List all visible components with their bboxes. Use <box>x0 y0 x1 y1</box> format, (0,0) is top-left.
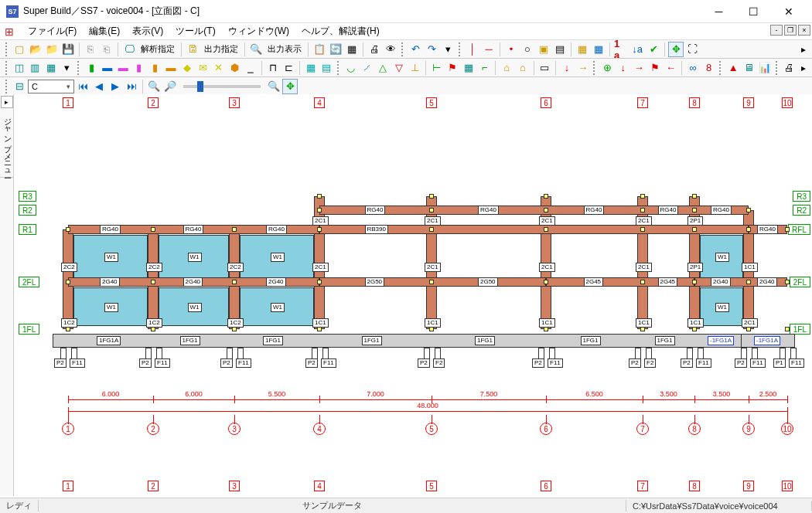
undo-icon[interactable]: ↶ <box>408 42 423 57</box>
pan-icon[interactable]: ✥ <box>282 79 298 94</box>
menu-file[interactable]: ファイル(F) <box>22 22 83 40</box>
analysis-spec-label[interactable]: 解析指定 <box>138 43 178 55</box>
member-pink2-icon[interactable]: ▮ <box>131 60 147 76</box>
grid3-icon[interactable]: ▦ <box>591 42 606 57</box>
check-icon[interactable]: ✔ <box>646 42 661 57</box>
drawing-canvas[interactable]: 1122334455667788991010R3R2R12FL1FLR3R2RF… <box>14 94 812 498</box>
anal-home2-icon[interactable]: ⌂ <box>515 60 531 76</box>
analysis-monitor-icon[interactable]: 🖵 <box>121 42 137 57</box>
zoom-out-icon[interactable]: 🔎 <box>162 79 178 94</box>
res-r-icon[interactable]: ↓ <box>616 60 631 76</box>
grid-cyan2-icon[interactable]: ▤ <box>319 60 335 76</box>
load-right-icon[interactable]: → <box>575 60 591 76</box>
square-icon[interactable]: ▣ <box>536 42 551 57</box>
last-icon[interactable]: ⏭ <box>124 79 139 94</box>
grid-icon[interactable]: ▦ <box>344 42 360 57</box>
view3d-3-icon[interactable]: ▦ <box>43 60 59 76</box>
bold-a-icon[interactable]: 1 a <box>613 42 629 57</box>
pc2-icon[interactable]: 📊 <box>758 60 773 76</box>
vline-icon[interactable]: │ <box>465 42 480 57</box>
menu-window[interactable]: ウィンドウ(W) <box>222 22 295 40</box>
warn-icon[interactable]: ▲ <box>725 60 741 76</box>
toolbar-overflow-icon[interactable]: ▸ <box>798 44 809 55</box>
down-a-icon[interactable]: ↓a <box>629 42 645 57</box>
zoom-slider[interactable] <box>183 85 261 88</box>
res-flag-icon[interactable]: ⚑ <box>647 60 663 76</box>
sect-icon[interactable]: ⊓ <box>265 60 281 76</box>
export-icon[interactable]: ⎗ <box>99 42 114 57</box>
member-x-icon[interactable]: ✕ <box>211 60 227 76</box>
maximize-button[interactable]: ☐ <box>736 1 771 22</box>
anal-L-icon[interactable]: ⌐ <box>477 60 493 76</box>
view3d-drop-icon[interactable]: ▾ <box>60 60 75 76</box>
member-blue-icon[interactable]: ▬ <box>100 60 115 76</box>
print2-icon[interactable]: 🖨 <box>782 60 797 76</box>
print-icon[interactable]: 🖨 <box>367 42 382 57</box>
anal-or-icon[interactable]: ⊥ <box>407 60 422 76</box>
output-view-label[interactable]: 出力表示 <box>264 43 305 55</box>
member-yellow-icon[interactable]: ◆ <box>179 60 195 76</box>
anal-r1-icon[interactable]: ▽ <box>391 60 407 76</box>
refresh-icon[interactable]: 🔄 <box>328 42 343 57</box>
member-orange3-icon[interactable]: ⬢ <box>227 60 243 76</box>
preview-icon[interactable]: 👁 <box>383 42 398 57</box>
tree-icon[interactable]: ⊟ <box>12 79 27 94</box>
minimize-button[interactable]: ─ <box>701 1 736 22</box>
close-button[interactable]: ✕ <box>771 1 806 22</box>
mdi-minimize[interactable]: - <box>770 25 783 36</box>
fit-icon[interactable]: ⛶ <box>684 42 700 57</box>
menu-edit[interactable]: 編集(E) <box>83 22 126 40</box>
layers-icon[interactable]: ▤ <box>552 42 568 57</box>
member-orange2-icon[interactable]: ▬ <box>163 60 179 76</box>
menu-view[interactable]: 表示(V) <box>126 22 169 40</box>
pc-icon[interactable]: 🖥 <box>742 60 757 76</box>
member-yellow2-icon[interactable]: ✉ <box>195 60 210 76</box>
grid-cyan-icon[interactable]: ▦ <box>303 60 319 76</box>
res-chain-icon[interactable]: ∞ <box>685 60 701 76</box>
menu-help[interactable]: ヘルプ、解説書(H) <box>295 22 386 40</box>
anal-g2-icon[interactable]: △ <box>375 60 391 76</box>
output-spec-icon[interactable]: 🖺 <box>185 42 200 57</box>
grid2-icon[interactable]: ▦ <box>575 42 590 57</box>
anal-g1-icon[interactable]: ◡ <box>343 60 359 76</box>
anal-grid-icon[interactable]: ▦ <box>461 60 476 76</box>
anal-flag-icon[interactable]: ⚑ <box>445 60 461 76</box>
toolbar2-overflow-icon[interactable]: ▸ <box>798 63 809 73</box>
open-icon[interactable]: 📂 <box>28 42 43 57</box>
member-orange-icon[interactable]: ▮ <box>148 60 163 76</box>
prev-icon[interactable]: ◀ <box>91 79 107 94</box>
hline-icon[interactable]: ─ <box>481 42 496 57</box>
view3d-2-icon[interactable]: ▥ <box>28 60 43 76</box>
mdi-close[interactable]: × <box>798 25 810 36</box>
redo-icon[interactable]: ↷ <box>424 42 439 57</box>
anal-g3-icon[interactable]: ⊢ <box>429 60 445 76</box>
open2-icon[interactable]: 📁 <box>44 42 60 57</box>
sect2-icon[interactable]: ⊏ <box>281 60 296 76</box>
res-g-icon[interactable]: ⊕ <box>599 60 615 76</box>
menu-tool[interactable]: ツール(T) <box>169 22 221 40</box>
load-down-icon[interactable]: ↓ <box>559 60 575 76</box>
first-icon[interactable]: ⏮ <box>75 79 90 94</box>
view-combo[interactable]: C <box>28 80 74 93</box>
calc-icon[interactable]: 📋 <box>312 42 327 57</box>
output-spec-label[interactable]: 出力指定 <box>201 43 241 55</box>
sidebar-toggle-icon[interactable]: ▸ <box>1 96 13 108</box>
circle-icon[interactable]: ○ <box>520 42 535 57</box>
sidebar-jump-tab[interactable]: ジャンプメニュー <box>0 110 14 178</box>
move-icon[interactable]: ✥ <box>668 42 684 57</box>
dot-icon[interactable]: • <box>503 42 519 57</box>
member-green-icon[interactable]: ▮ <box>84 60 99 76</box>
anal-home-icon[interactable]: ⌂ <box>499 60 514 76</box>
save-icon[interactable]: 💾 <box>60 42 76 57</box>
zoom-in-icon[interactable]: 🔍 <box>146 79 162 94</box>
res-r2-icon[interactable]: → <box>632 60 647 76</box>
member-pink-icon[interactable]: ▬ <box>115 60 131 76</box>
mdi-restore[interactable]: ❐ <box>784 25 797 36</box>
view3d-1-icon[interactable]: ◫ <box>12 60 27 76</box>
zoom-fit-icon[interactable]: 🔍 <box>266 79 281 94</box>
undo-drop-icon[interactable]: ▾ <box>440 42 455 57</box>
res-8-icon[interactable]: 8 <box>701 60 717 76</box>
output-view-icon[interactable]: 🔍 <box>248 42 264 57</box>
next-icon[interactable]: ▶ <box>107 79 123 94</box>
new-doc-icon[interactable]: ▢ <box>12 42 27 57</box>
